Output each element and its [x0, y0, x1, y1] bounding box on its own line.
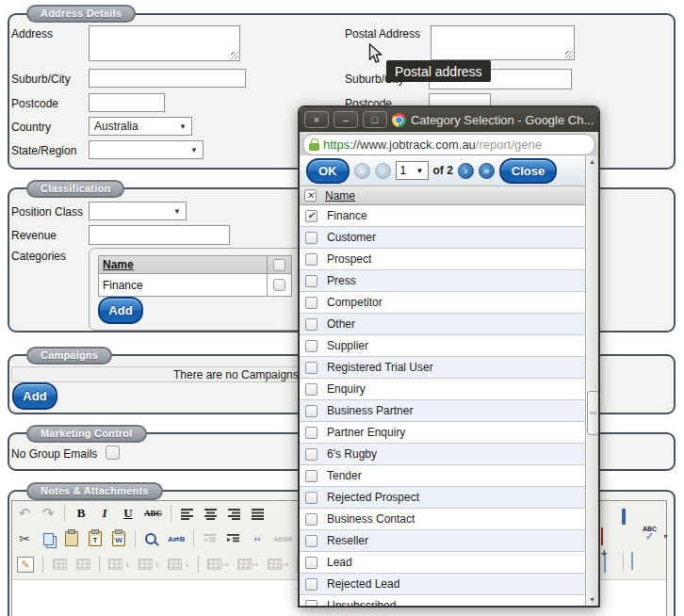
outdent-icon[interactable]	[203, 530, 218, 547]
align-center-icon[interactable]	[204, 505, 219, 522]
postal-address-textarea[interactable]	[431, 25, 575, 60]
category-checkbox[interactable]	[305, 405, 318, 417]
category-checkbox[interactable]	[305, 470, 318, 482]
state-region-select[interactable]: ▼	[89, 140, 204, 159]
category-checkbox[interactable]	[305, 513, 318, 526]
categories-add-button[interactable]: Add	[98, 297, 143, 324]
name-column-header[interactable]: Name	[325, 189, 355, 203]
category-row[interactable]: Prospect	[300, 249, 585, 270]
delete-column-icon[interactable]: ↦	[268, 556, 289, 573]
campaigns-add-button[interactable]: Add	[12, 382, 57, 410]
category-row[interactable]: Other	[300, 314, 585, 335]
no-group-emails-checkbox[interactable]	[106, 446, 120, 460]
indent-icon[interactable]	[226, 530, 241, 547]
next-page-button[interactable]: ›	[458, 163, 474, 179]
edit-html-icon[interactable]: ✎	[17, 556, 34, 573]
category-checkbox[interactable]	[305, 340, 318, 352]
ok-button[interactable]: OK	[306, 158, 350, 184]
copy-icon[interactable]	[41, 530, 56, 547]
select-all-checkbox[interactable]: ✕	[304, 189, 317, 202]
close-button[interactable]: Close	[499, 158, 557, 184]
window-titlebar[interactable]: × – □ Category Selection - Google Ch...	[300, 107, 598, 132]
category-row[interactable]: Business Partner	[300, 400, 585, 422]
category-row[interactable]: Rejected Lead	[300, 574, 585, 595]
category-row-checkbox[interactable]	[273, 279, 285, 291]
insert-row-after-icon[interactable]: ↴	[138, 556, 160, 573]
categories-header-checkbox[interactable]	[273, 259, 285, 271]
spellcheck-menu-caret-icon[interactable]: ▼	[662, 533, 669, 540]
category-checkbox[interactable]	[305, 600, 318, 608]
category-checkbox[interactable]	[305, 275, 318, 287]
window-maximize-button[interactable]: □	[363, 111, 387, 128]
address-textarea[interactable]	[89, 25, 240, 61]
numbered-list-icon[interactable]	[622, 509, 626, 526]
url-field[interactable]: https://www.jobtrack.com.au/report/gene	[302, 134, 595, 155]
first-page-button[interactable]: «	[354, 163, 370, 179]
category-row[interactable]: Supplier	[300, 335, 585, 357]
category-checkbox[interactable]	[305, 383, 318, 396]
category-row[interactable]: ✔Finance	[300, 205, 585, 227]
category-row[interactable]: Customer	[300, 227, 585, 249]
align-right-icon[interactable]	[227, 505, 242, 522]
category-row[interactable]: Press	[300, 270, 585, 292]
window-minimize-button[interactable]: –	[334, 111, 358, 128]
paste-as-text-icon[interactable]: T	[88, 530, 103, 547]
category-checkbox[interactable]	[305, 253, 318, 266]
category-row[interactable]: Business Contact	[300, 509, 585, 530]
category-row[interactable]: Lead	[300, 552, 585, 574]
delete-row-icon[interactable]: ↴	[168, 556, 189, 573]
add-layer-icon[interactable]	[604, 556, 606, 573]
category-checkbox[interactable]	[305, 557, 318, 569]
last-page-button[interactable]: »	[479, 163, 495, 179]
insert-image-icon[interactable]	[601, 528, 603, 545]
category-checkbox[interactable]	[305, 427, 318, 439]
bold-icon[interactable]: B	[73, 505, 89, 522]
revenue-input[interactable]	[89, 225, 230, 245]
strikethrough-icon[interactable]: ABC	[144, 505, 162, 522]
insert-row-before-icon[interactable]: ↴	[108, 556, 130, 573]
postcode-input[interactable]	[89, 93, 165, 112]
paste-from-word-icon[interactable]: W	[111, 530, 126, 547]
category-checkbox[interactable]: ✔	[305, 210, 318, 222]
category-checkbox[interactable]	[305, 362, 318, 374]
category-checkbox[interactable]	[305, 318, 318, 331]
popup-scrollbar[interactable]: ▲ ≡≡ ▼	[585, 155, 598, 606]
category-checkbox[interactable]	[305, 578, 318, 591]
category-checkbox[interactable]	[305, 232, 318, 244]
suburb-city-input[interactable]	[89, 69, 246, 88]
category-row[interactable]: Unsubscribed	[300, 595, 585, 608]
find-icon[interactable]	[144, 530, 159, 547]
previous-page-button[interactable]: ‹	[375, 163, 391, 179]
scroll-down-button[interactable]: ▼	[586, 593, 598, 606]
category-row[interactable]: Competitor	[300, 292, 585, 314]
category-checkbox[interactable]	[305, 297, 318, 309]
category-row[interactable]: Registered Trial User	[300, 357, 585, 379]
spellcheck-icon[interactable]: ABC ✓	[643, 527, 657, 540]
country-select[interactable]: Australia ▼	[89, 117, 192, 136]
category-row[interactable]: Partner Enquiry	[300, 422, 585, 444]
insert-column-before-icon[interactable]: ↦	[207, 556, 229, 573]
toggle-absolute-icon[interactable]	[631, 553, 633, 570]
undo-icon[interactable]: ↶	[17, 505, 32, 522]
align-justify-icon[interactable]	[251, 505, 266, 522]
blockquote-icon[interactable]: “	[250, 534, 265, 551]
category-checkbox[interactable]	[305, 535, 318, 547]
page-number-select[interactable]: 1 ▼	[396, 161, 429, 180]
category-row[interactable]: Tender	[300, 465, 585, 487]
category-checkbox[interactable]	[305, 448, 318, 461]
category-row[interactable]: Enquiry	[300, 379, 585, 400]
window-close-button[interactable]: ×	[304, 111, 329, 128]
paste-icon[interactable]	[64, 530, 79, 547]
find-replace-icon[interactable]: A⇄B	[168, 530, 185, 547]
category-row[interactable]: Reseller	[300, 530, 585, 552]
align-left-icon[interactable]	[180, 505, 195, 522]
category-row[interactable]: 6's Rugby	[300, 444, 585, 465]
position-class-select[interactable]: ▼	[89, 202, 187, 220]
underline-icon[interactable]: U	[121, 505, 136, 522]
table-row-properties-icon[interactable]	[52, 556, 67, 573]
category-row[interactable]: Rejected Prospect	[300, 487, 585, 509]
table-cell-properties-icon[interactable]	[75, 556, 90, 573]
scrollbar-thumb[interactable]: ≡≡	[587, 391, 599, 435]
category-checkbox[interactable]	[305, 492, 318, 504]
redo-icon[interactable]: ↷	[41, 505, 56, 522]
